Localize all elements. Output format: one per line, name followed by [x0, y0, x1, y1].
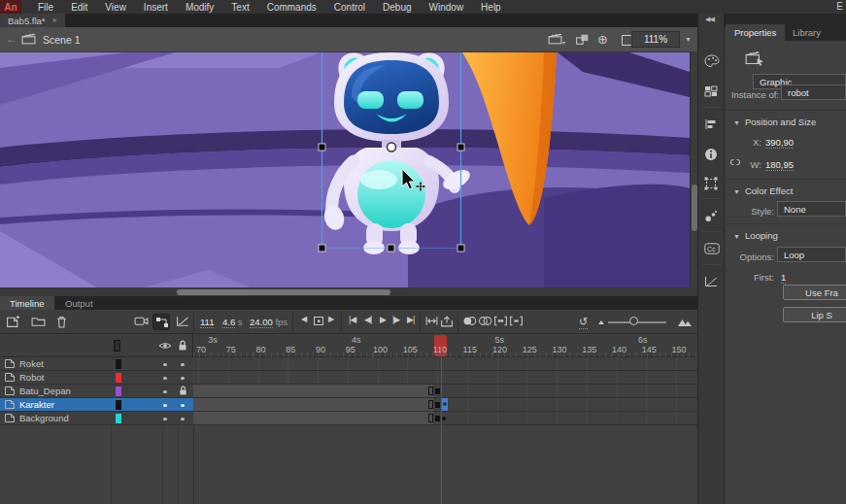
layer-name[interactable]: Background: [19, 413, 193, 423]
modify-markers-icon[interactable]: [509, 316, 525, 328]
layer-visibility-dot[interactable]: [163, 363, 167, 367]
color-panel-icon[interactable]: [704, 54, 720, 70]
menu-item-commands[interactable]: Commands: [258, 1, 325, 14]
menu-item-view[interactable]: View: [96, 1, 135, 14]
back-arrow-icon[interactable]: ←: [6, 32, 17, 46]
frame-span[interactable]: [193, 412, 433, 424]
layer-depth-icon[interactable]: [176, 316, 191, 328]
lip-sync-button[interactable]: Lip S: [783, 307, 846, 322]
menu-item-window[interactable]: Window: [421, 1, 473, 14]
center-frame-icon[interactable]: [313, 316, 324, 328]
loop-options-dropdown[interactable]: Loop: [777, 247, 846, 262]
step-forward-one-icon[interactable]: ▶: [328, 315, 333, 323]
keyframe-dot[interactable]: [442, 417, 446, 420]
step-back-icon[interactable]: [364, 315, 376, 326]
shorter-frames-icon[interactable]: [597, 319, 605, 325]
frame-span[interactable]: [193, 385, 433, 397]
outline-color-column-icon[interactable]: [114, 340, 120, 352]
edit-scene-chevron-icon[interactable]: ▾: [562, 39, 565, 46]
layer-row-batu_depan[interactable]: Batu_Depan: [0, 385, 193, 398]
onion-skin-icon[interactable]: [462, 316, 478, 328]
onion-skin-outlines-icon[interactable]: [478, 316, 493, 328]
menu-item-help[interactable]: Help: [472, 1, 510, 14]
layer-lock-dot[interactable]: [181, 363, 185, 367]
tab-timeline[interactable]: Timeline: [0, 296, 54, 310]
first-frame-value[interactable]: 1: [781, 272, 786, 284]
frame-size-slider-knob[interactable]: [629, 317, 638, 325]
layer-visibility-dot[interactable]: [163, 390, 167, 394]
edit-symbols-icon[interactable]: [575, 33, 591, 46]
zoom-chevron-icon[interactable]: ▾: [681, 31, 695, 48]
looping-section-header[interactable]: ▼Looping: [733, 230, 778, 241]
camera-icon[interactable]: [134, 316, 150, 328]
layer-name[interactable]: Roket: [19, 358, 193, 369]
app-logo[interactable]: An: [0, 0, 21, 14]
layer-outline-color[interactable]: [116, 386, 121, 396]
stage-canvas[interactable]: [0, 52, 690, 287]
eye-icon[interactable]: [158, 341, 172, 351]
instance-name-field[interactable]: robot: [781, 84, 846, 100]
layer-row-roket[interactable]: Roket: [0, 357, 193, 371]
tab-properties[interactable]: Properties: [726, 24, 785, 41]
cc-libraries-panel-icon[interactable]: Cc: [704, 243, 720, 258]
lock-icon[interactable]: [178, 340, 187, 352]
selected-frame[interactable]: [441, 398, 448, 411]
keyframe[interactable]: [435, 416, 440, 421]
frame-rate-value[interactable]: 24.00 fps: [250, 317, 288, 327]
w-value[interactable]: 180,95: [765, 159, 794, 171]
step-back-one-icon[interactable]: ◀: [301, 315, 306, 323]
stage-vertical-scrollbar[interactable]: [690, 52, 697, 287]
span-end-frame[interactable]: [428, 400, 433, 409]
keyframe[interactable]: [435, 402, 440, 408]
stage-horizontal-scrollbar[interactable]: [0, 287, 697, 296]
tab-output[interactable]: Output: [55, 296, 103, 310]
reset-timeline-zoom-icon[interactable]: ↺: [579, 316, 588, 329]
align-panel-icon[interactable]: [704, 118, 720, 134]
frames-row-roket[interactable]: [193, 357, 697, 371]
layer-outline-color[interactable]: [116, 400, 121, 410]
taller-frames-icon[interactable]: [677, 318, 693, 330]
step-forward-icon[interactable]: [392, 315, 404, 326]
stage-zoom-value[interactable]: 111%: [631, 31, 680, 48]
layer-visibility-dot[interactable]: [163, 418, 167, 421]
span-end-frame[interactable]: [428, 414, 433, 422]
frames-grid[interactable]: [193, 357, 697, 425]
play-icon[interactable]: [380, 315, 389, 326]
go-to-last-frame-icon[interactable]: [407, 315, 419, 326]
menu-item-insert[interactable]: Insert: [135, 1, 177, 14]
frames-row-robot[interactable]: [193, 371, 697, 385]
layer-name[interactable]: Karakter: [19, 399, 193, 410]
elapsed-time-value[interactable]: 4.6 s: [222, 317, 243, 327]
motion-editor-panel-icon[interactable]: [704, 276, 720, 291]
layer-visibility-dot[interactable]: [163, 377, 167, 381]
tab-library[interactable]: Library: [784, 24, 829, 41]
new-folder-icon[interactable]: [31, 316, 47, 328]
loop-playback-icon[interactable]: [424, 316, 440, 328]
scene-name[interactable]: Scene 1: [43, 34, 81, 46]
menu-item-modify[interactable]: Modify: [177, 1, 222, 14]
info-panel-icon[interactable]: [704, 148, 720, 163]
layer-parenting-icon[interactable]: [152, 314, 170, 330]
layer-name[interactable]: Robot: [19, 372, 193, 383]
center-stage-icon[interactable]: ⊕: [597, 32, 608, 47]
layer-visibility-dot[interactable]: [163, 404, 167, 408]
menu-item-text[interactable]: Text: [222, 1, 257, 14]
menu-item-control[interactable]: Control: [325, 1, 374, 14]
use-frame-picker-button[interactable]: Use Fra: [783, 285, 846, 300]
frames-row-batu_depan[interactable]: [193, 385, 697, 398]
edit-multiple-frames-icon[interactable]: [493, 316, 509, 328]
layer-lock-dot[interactable]: [181, 377, 185, 381]
menu-item-file[interactable]: File: [29, 1, 62, 14]
layer-row-karakter[interactable]: Karakter: [0, 398, 193, 412]
layer-outline-color[interactable]: [116, 359, 121, 369]
layer-lock-dot[interactable]: [181, 418, 185, 421]
frames-row-background[interactable]: [193, 412, 697, 425]
x-value[interactable]: 390,90: [765, 137, 794, 149]
playhead-line[interactable]: [441, 334, 443, 504]
layer-outline-color[interactable]: [116, 414, 121, 423]
workspace-switcher-cut[interactable]: E: [836, 1, 843, 12]
menu-item-debug[interactable]: Debug: [374, 1, 420, 14]
stage-horizontal-scrollbar-thumb[interactable]: [177, 289, 390, 295]
frames-row-karakter[interactable]: [193, 398, 697, 412]
keyframe[interactable]: [435, 388, 440, 394]
